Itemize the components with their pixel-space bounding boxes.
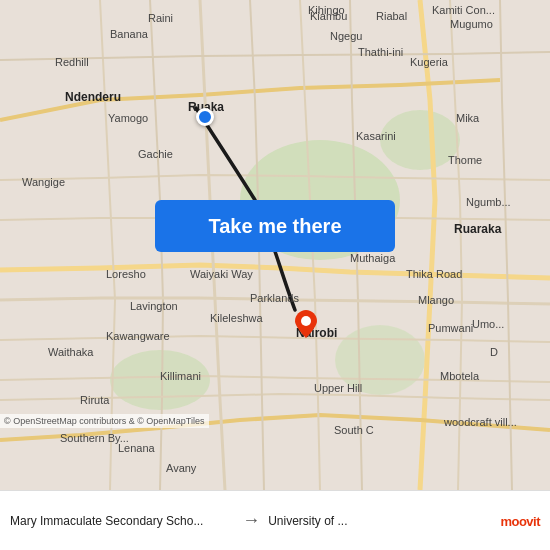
take-me-there-button[interactable]: Take me there — [155, 200, 395, 252]
origin-label: Mary Immaculate Secondary Scho... — [10, 514, 234, 528]
origin-marker — [196, 108, 214, 126]
map-attribution: © OpenStreetMap contributors & © OpenMap… — [0, 414, 209, 428]
bottom-bar: Mary Immaculate Secondary Scho... → Univ… — [0, 490, 550, 550]
destination-label: University of ... — [268, 514, 492, 528]
moovit-logo: moovit — [500, 513, 540, 529]
map-container: Raini Banana Kiambu Riabal Kihingo Kamit… — [0, 0, 550, 490]
arrow-icon: → — [242, 510, 260, 531]
svg-point-3 — [380, 110, 460, 170]
svg-point-5 — [301, 316, 311, 326]
svg-point-4 — [335, 325, 425, 395]
svg-point-2 — [110, 350, 210, 410]
destination-marker — [295, 310, 317, 338]
